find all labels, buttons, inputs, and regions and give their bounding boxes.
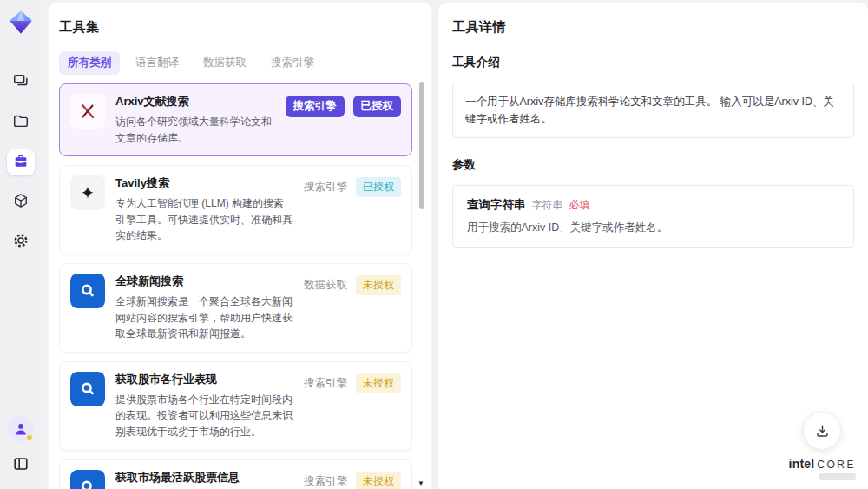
tool-name: 获取市场最活跃股票信息 (115, 470, 293, 486)
param-name: 查询字符串 (467, 197, 526, 213)
tool-category-badge: 搜索引擎 (304, 474, 347, 489)
sidebar-item-packages[interactable] (7, 189, 35, 215)
tool-list-panel: 工具集 所有类别语言翻译数据获取搜索引擎 Arxiv文献搜索 访问各个研究领域大… (49, 3, 431, 489)
category-tab[interactable]: 语言翻译 (127, 51, 187, 75)
params-heading: 参数 (452, 157, 854, 173)
param-type: 字符串 (532, 198, 563, 213)
layout-panel-icon (12, 455, 30, 476)
tool-name: Arxiv文献搜索 (115, 94, 275, 109)
search-icon (70, 274, 105, 308)
tool-auth-badge: 未授权 (356, 275, 401, 295)
tool-icon (70, 372, 105, 406)
sidebar-toggle[interactable] (7, 453, 35, 479)
folder-icon (12, 112, 30, 133)
tool-name: Tavily搜索 (115, 175, 293, 191)
user-icon (13, 421, 29, 437)
download-button[interactable] (803, 412, 841, 450)
tool-auth-badge: 未授权 (356, 373, 401, 393)
tool-auth-badge: 已授权 (356, 177, 401, 197)
tool-category-badge: 数据获取 (304, 278, 347, 293)
category-tab[interactable]: 数据获取 (194, 51, 255, 75)
tool-auth-badge: 已授权 (353, 96, 402, 117)
user-avatar[interactable] (8, 416, 34, 442)
page-title: 工具集 (59, 19, 412, 36)
tool-card[interactable]: ✦ Tavily搜索 专为人工智能代理 (LLM) 构建的搜索引擎工具。可快速提… (59, 165, 412, 254)
param-desc: 用于搜索的Arxiv ID、关键字或作者姓名。 (467, 221, 839, 235)
search-icon (70, 470, 105, 489)
param-required-badge: 必填 (569, 198, 590, 213)
download-icon (814, 423, 831, 439)
sidebar-item-tools[interactable] (7, 149, 35, 175)
app-sidebar (0, 0, 42, 489)
sidebar-item-chat[interactable] (7, 69, 35, 96)
tool-icon (70, 470, 105, 489)
arxiv-logo-icon (78, 102, 97, 121)
intel-core-logo: intel core (789, 457, 856, 471)
gear-icon (12, 232, 30, 253)
tool-category-badge: 搜索引擎 (304, 376, 347, 391)
tool-card[interactable]: 获取股市各行业表现 提供股票市场各个行业在特定时间段内的表现。投资者可以利用这些… (59, 361, 412, 451)
details-title: 工具详情 (452, 19, 854, 36)
scrollbar-thumb[interactable] (419, 82, 424, 209)
params-list: 查询字符串 字符串 必填 用于搜索的Arxiv ID、关键字或作者姓名。 (452, 185, 854, 248)
status-dot (27, 435, 32, 440)
tool-auth-badge: 未授权 (356, 472, 401, 489)
brand-core: core (817, 459, 856, 471)
chat-icon (12, 72, 30, 93)
cube-icon (12, 192, 30, 213)
tool-details-panel: 工具详情 工具介绍 一个用于从Arxiv存储库搜索科学论文和文章的工具。 输入可… (438, 3, 868, 489)
tool-category-badge: 搜索引擎 (304, 180, 347, 195)
search-icon (70, 372, 105, 406)
tool-name: 获取股市各行业表现 (115, 372, 293, 387)
category-tab[interactable]: 所有类别 (59, 51, 120, 75)
tool-card[interactable]: Arxiv文献搜索 访问各个研究领域大量科学论文和文章的存储库。 搜索引擎 已授… (59, 83, 412, 156)
scrollbar[interactable]: ▼ (419, 80, 424, 477)
tool-icon (70, 274, 105, 308)
tool-card[interactable]: 全球新闻搜索 全球新闻搜索是一个聚合全球各大新闻网站内容的搜索引擎，帮助用户快速… (59, 263, 412, 353)
scroll-down-arrow[interactable]: ▼ (418, 479, 424, 487)
tool-intro-text: 一个用于从Arxiv存储库搜索科学论文和文章的工具。 输入可以是Arxiv ID… (452, 83, 854, 138)
tool-desc: 提供股票市场各个行业在特定时间段内的表现。投资者可以利用这些信息来识别表现优于或… (115, 392, 293, 440)
corner-widgets: intel core (789, 412, 856, 480)
toolbox-icon (12, 152, 30, 173)
sidebar-item-files[interactable] (7, 109, 35, 135)
tool-desc: 专为人工智能代理 (LLM) 构建的搜索引擎工具。可快速提供实时、准确和真实的结… (115, 195, 293, 244)
brand-intel: intel (789, 457, 815, 471)
intro-heading: 工具介绍 (452, 55, 854, 70)
tool-icon: ✦ (70, 175, 105, 210)
category-tabs: 所有类别语言翻译数据获取搜索引擎 (59, 51, 412, 75)
tool-desc: 访问各个研究领域大量科学论文和文章的存储库。 (115, 114, 275, 146)
tool-desc: 全球新闻搜索是一个聚合全球各大新闻网站内容的搜索引擎，帮助用户快速获取全球最新资… (115, 294, 293, 342)
sidebar-item-settings[interactable] (7, 229, 35, 255)
param-card: 查询字符串 字符串 必填 用于搜索的Arxiv ID、关键字或作者姓名。 (452, 185, 854, 248)
tool-icon (70, 94, 105, 129)
brand-sub-mark (819, 473, 856, 480)
sparkle-icon: ✦ (81, 184, 95, 202)
tool-list: Arxiv文献搜索 访问各个研究领域大量科学论文和文章的存储库。 搜索引擎 已授… (59, 83, 412, 489)
tool-name: 全球新闻搜索 (115, 274, 293, 289)
tool-card[interactable]: 获取市场最活跃股票信息 提供当天交易量最高的股票列表。投资者可以利用这些信息来识… (59, 459, 412, 489)
tool-category-badge: 搜索引擎 (286, 96, 345, 117)
app-logo-icon (7, 9, 35, 36)
category-tab[interactable]: 搜索引擎 (262, 51, 323, 75)
